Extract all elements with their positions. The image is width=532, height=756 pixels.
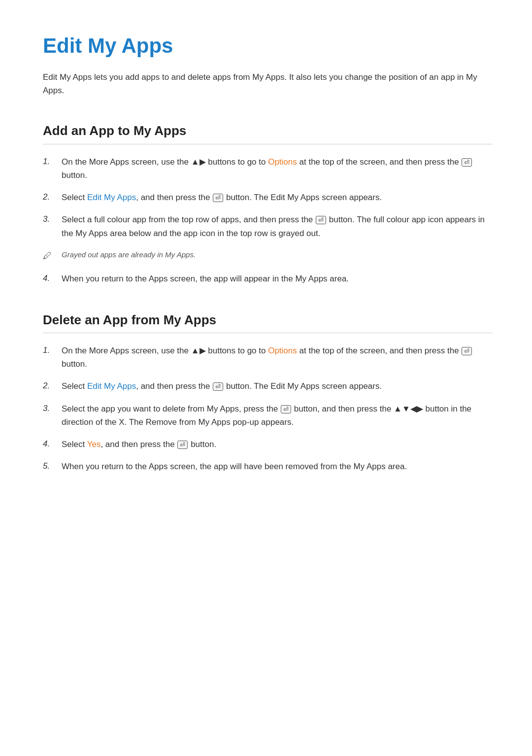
list-item: 1.On the More Apps screen, use the ▲▶ bu… [43, 155, 493, 182]
highlight-orange: Options [268, 346, 297, 355]
step-number: 1. [43, 155, 62, 168]
list-item: 4.Select Yes, and then press the ⏎ butto… [43, 438, 493, 451]
list-item: 3.Select a full colour app from the top … [43, 213, 493, 240]
step-text: Select Edit My Apps, and then press the … [62, 191, 493, 204]
step-number: 1. [43, 344, 62, 357]
enter-button-icon: ⏎ [316, 216, 326, 224]
highlight-orange: Options [268, 157, 297, 167]
step-text: When you return to the Apps screen, the … [62, 460, 493, 473]
step-number: 4. [43, 272, 62, 285]
step-text: On the More Apps screen, use the ▲▶ butt… [62, 155, 493, 182]
step-text: When you return to the Apps screen, the … [62, 272, 493, 285]
section-delete: Delete an App from My Apps1.On the More … [43, 310, 493, 474]
list-item: 4.When you return to the Apps screen, th… [43, 272, 493, 285]
step-text: Select a full colour app from the top ro… [62, 213, 493, 240]
step-text: On the More Apps screen, use the ▲▶ butt… [62, 344, 493, 371]
page-title: Edit My Apps [43, 30, 493, 62]
intro-text: Edit My Apps lets you add apps to and de… [43, 70, 486, 97]
enter-button-icon: ⏎ [462, 347, 472, 355]
list-item: 1.On the More Apps screen, use the ▲▶ bu… [43, 344, 493, 371]
enter-button-icon: ⏎ [177, 441, 188, 449]
steps-list-add: 1.On the More Apps screen, use the ▲▶ bu… [43, 155, 493, 285]
note-text: Grayed out apps are already in My Apps. [62, 249, 196, 260]
list-item: 2.Select Edit My Apps, and then press th… [43, 379, 493, 393]
enter-button-icon: ⏎ [213, 382, 223, 391]
note-icon: 🖊 [43, 249, 62, 263]
highlight-blue: Edit My Apps [87, 193, 136, 202]
list-item: 5.When you return to the Apps screen, th… [43, 460, 493, 473]
section-add: Add an App to My Apps1.On the More Apps … [43, 121, 493, 285]
section-heading-add: Add an App to My Apps [43, 121, 493, 144]
step-number: 5. [43, 460, 62, 473]
step-text: Select Edit My Apps, and then press the … [62, 379, 493, 393]
note-row: 🖊Grayed out apps are already in My Apps. [43, 249, 493, 263]
step-text: Select the app you want to delete from M… [62, 402, 493, 429]
step-text: Select Yes, and then press the ⏎ button. [62, 438, 493, 451]
step-number: 3. [43, 213, 62, 226]
highlight-blue: Edit My Apps [87, 381, 136, 391]
steps-list-delete: 1.On the More Apps screen, use the ▲▶ bu… [43, 344, 493, 473]
step-number: 3. [43, 402, 62, 415]
enter-button-icon: ⏎ [281, 405, 291, 413]
list-item: 2.Select Edit My Apps, and then press th… [43, 191, 493, 204]
step-number: 2. [43, 379, 62, 392]
enter-button-icon: ⏎ [213, 194, 223, 202]
section-heading-delete: Delete an App from My Apps [43, 310, 493, 333]
step-number: 4. [43, 438, 62, 450]
list-item: 3.Select the app you want to delete from… [43, 402, 493, 429]
highlight-orange: Yes [87, 440, 101, 449]
enter-button-icon: ⏎ [462, 158, 472, 167]
step-number: 2. [43, 191, 62, 204]
